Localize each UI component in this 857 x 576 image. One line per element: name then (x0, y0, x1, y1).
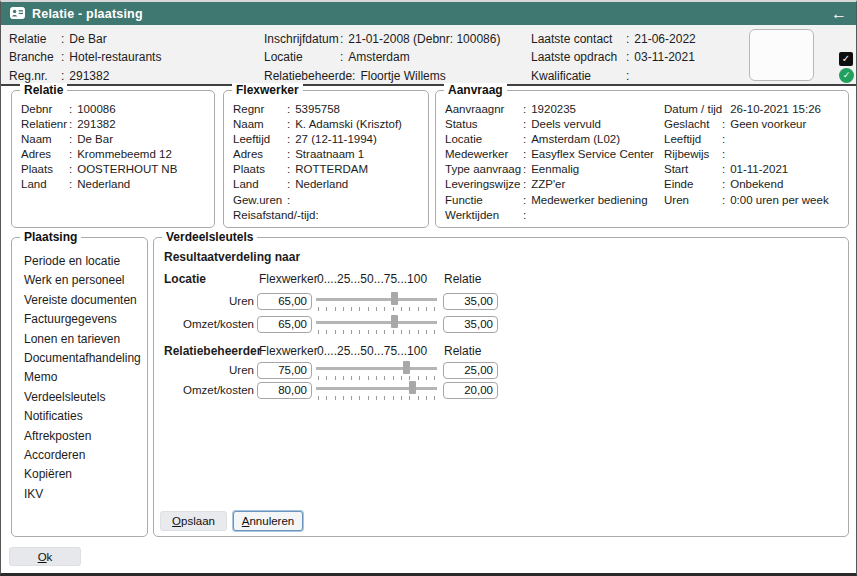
menu-item-accorderen[interactable]: Accorderen (24, 446, 143, 465)
menu-item-aftrekposten[interactable]: Aftrekposten (24, 427, 143, 446)
header-column-contact: Laatste contact:21-06-2022 Laatste opdra… (531, 30, 696, 85)
split-slider[interactable] (316, 292, 437, 312)
info-row: Land:Nederland (21, 177, 210, 192)
separator: : (523, 193, 526, 208)
header-label: Branche (9, 48, 61, 66)
info-row: Plaats:OOSTERHOUT NB (21, 162, 210, 177)
column-header-flexwerker: Flexwerker (259, 344, 318, 358)
slider-row-locatie-omzet: Omzet/kosten (154, 315, 498, 333)
separator: : (722, 117, 725, 132)
approved-check-icon: ✓ (839, 68, 854, 83)
annuleren-label: Annuleren (242, 515, 294, 527)
info-value: 5395758 (295, 102, 340, 117)
scale-label: 0....25...50...75...100 (317, 344, 427, 358)
info-label: Datum / tijd (664, 102, 722, 117)
group-header-locatie: Locatie Flexwerker 0....25...50...75...1… (154, 272, 848, 287)
menu-item-lonen-en-tarieven[interactable]: Lonen en tarieven (24, 330, 143, 349)
annuleren-button[interactable]: Annuleren (233, 511, 303, 531)
info-label: Regnr (233, 102, 287, 117)
info-row: Land:Nederland (233, 177, 424, 192)
header-row: Kwalificatie: (531, 67, 696, 85)
group-header-relatiebeheerder: Relatiebeheerder Flexwerker 0....25...50… (154, 344, 848, 359)
header-row: Relatie:De Bar (9, 30, 161, 48)
header-value: De Bar (69, 30, 106, 48)
info-row: Start:01-11-2021 (664, 162, 829, 177)
info-label: Adres (21, 147, 69, 162)
flexwerker-value-input[interactable] (257, 316, 312, 333)
ok-button[interactable]: Ok (9, 547, 81, 566)
menu-item-notificaties[interactable]: Notificaties (24, 407, 143, 426)
result-distribution-heading: Resultaatverdeling naar (164, 250, 300, 264)
slider-track (316, 367, 437, 370)
info-label: Aanvraagnr (445, 102, 523, 117)
separator: : (626, 30, 629, 48)
column-header-flexwerker: Flexwerker (259, 272, 318, 286)
menu-item-documentafhandeling[interactable]: Documentafhandeling (24, 349, 143, 368)
header-label: Inschrijfdatum (264, 30, 340, 48)
split-slider[interactable] (316, 315, 437, 335)
slider-ticks (318, 307, 435, 311)
header-value: 21-01-2008 (Debnr: 100086) (348, 30, 500, 48)
menu-item-ikv[interactable]: IKV (24, 485, 143, 504)
menu-item-kopieren[interactable]: Kopiëren (24, 465, 143, 484)
menu-item-vereiste-documenten[interactable]: Vereiste documenten (24, 291, 143, 310)
back-arrow-icon[interactable]: ← (831, 6, 847, 22)
plaatsing-panel-legend: Plaatsing (20, 230, 81, 244)
row-label: Uren (154, 364, 257, 376)
header-row: Locatie:Amsterdam (264, 48, 500, 66)
info-label: Plaats (233, 162, 287, 177)
flexwerker-value-input[interactable] (257, 362, 312, 379)
app-window: Relatie - plaatsing ← Relatie:De Bar Bra… (0, 0, 857, 576)
slider-handle[interactable] (403, 361, 410, 374)
info-label: Gew.uren (233, 193, 287, 208)
info-value: Nederland (295, 177, 348, 192)
header-value: 03-11-2021 (634, 48, 695, 66)
aanvraag-panel: Aanvraag Aanvraagnr:1920235 Status:Deels… (435, 90, 849, 228)
group-name: Relatiebeheerder (164, 344, 261, 358)
info-label: Adres (233, 147, 287, 162)
separator: : (287, 162, 290, 177)
relatie-value-input[interactable] (443, 382, 498, 399)
opslaan-button[interactable]: Opslaan (160, 511, 227, 531)
relatie-value-input[interactable] (443, 316, 498, 333)
separator: : (315, 208, 318, 223)
info-value: Medewerker bediening (531, 193, 647, 208)
plaatsing-panel: Plaatsing Periode en locatie Werk en per… (11, 237, 148, 537)
header-row: Inschrijfdatum:21-01-2008 (Debnr: 100086… (264, 30, 500, 48)
separator: : (722, 177, 725, 192)
info-label: Plaats (21, 162, 69, 177)
slider-handle[interactable] (409, 381, 416, 394)
flexwerker-value-input[interactable] (257, 382, 312, 399)
info-value: ROTTERDAM (295, 162, 368, 177)
separator: : (523, 102, 526, 117)
separator: : (287, 132, 290, 147)
info-value: K. Adamski (Krisztof) (295, 117, 402, 132)
slider-row-beheerder-omzet: Omzet/kosten (154, 381, 498, 399)
split-slider[interactable] (316, 361, 437, 381)
separator: : (722, 132, 725, 147)
separator: : (340, 30, 343, 48)
menu-item-periode-en-locatie[interactable]: Periode en locatie (24, 252, 143, 271)
menu-item-verdeelsleutels[interactable]: Verdeelsleutels (24, 388, 143, 407)
menu-item-memo[interactable]: Memo (24, 368, 143, 387)
split-slider[interactable] (316, 381, 437, 401)
checkbox-checked-icon[interactable]: ✓ (839, 52, 853, 66)
menu-item-werk-en-personeel[interactable]: Werk en personeel (24, 271, 143, 290)
header-value: Hotel-restaurants (69, 48, 161, 66)
info-value: Geen voorkeur (730, 117, 806, 132)
info-value: Straatnaam 1 (295, 147, 364, 162)
separator: : (69, 177, 72, 192)
relatie-value-input[interactable] (443, 362, 498, 379)
relatie-value-input[interactable] (443, 293, 498, 310)
header-row: Laatste opdrach:03-11-2021 (531, 48, 696, 66)
info-label: Leveringswijze (445, 177, 523, 192)
slider-handle[interactable] (391, 315, 398, 328)
info-value: ZZP'er (531, 177, 565, 192)
slider-handle[interactable] (391, 292, 398, 305)
info-value: Deels vervuld (531, 117, 601, 132)
header-value: 291382 (69, 67, 109, 85)
info-value: Onbekend (730, 177, 783, 192)
info-label: Leeftijd (664, 132, 722, 147)
flexwerker-value-input[interactable] (257, 293, 312, 310)
menu-item-factuurgegevens[interactable]: Factuurgegevens (24, 310, 143, 329)
